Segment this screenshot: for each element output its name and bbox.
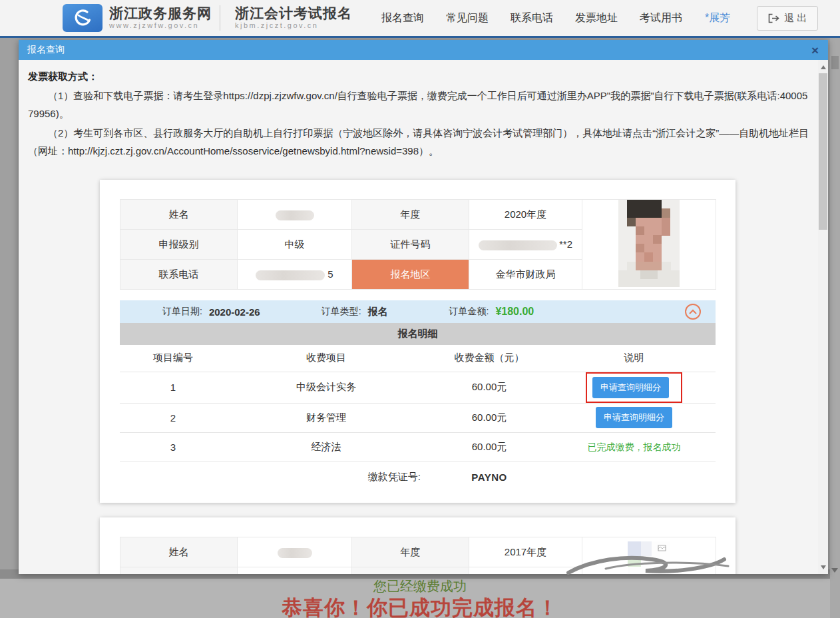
year-label: 年度: [352, 537, 469, 567]
app-url: kjbm.zjczt.gov.cn: [235, 22, 352, 30]
order-amount-label: 订单金额:: [449, 306, 489, 318]
record-card-2020: 姓名 年度 2020年度: [100, 180, 735, 503]
region-value: 金华市财政局: [469, 260, 582, 290]
modal-scrollbar-thumb[interactable]: [819, 73, 827, 230]
header-note: 说明: [552, 345, 716, 372]
row-note: 已完成缴费，报名成功: [552, 432, 716, 462]
table-row: 姓名 年度 2020年度: [120, 200, 716, 230]
cert-value: **2: [469, 230, 582, 260]
app-title: 浙江会计考试报名: [235, 6, 352, 21]
invoice-notice-line2: （2）考生可到各市区、县行政服务大厅的自助机上自行打印票据（宁波地区除外，请具体…: [28, 124, 812, 160]
page: 您已经缴费成功 恭喜你！你已成功完成报名！ 浙江政务服务网 www.zjzwfw…: [0, 0, 840, 618]
logout-icon: [768, 13, 779, 23]
order-date-value: 2020-02-26: [209, 306, 260, 318]
row-item: 经济法: [226, 432, 426, 462]
table-row: 1 中级会计实务 60.00元 申请查询明细分: [120, 372, 716, 403]
detail-header-row: 项目编号 收费项目 收费金额（元） 说明: [120, 345, 716, 372]
brand-text: 浙江政务服务网 www.zjzwfw.gov.cn: [109, 6, 212, 30]
app-text: 浙江会计考试报名 kjbm.zjczt.gov.cn: [235, 6, 352, 30]
signature-scribble: [566, 553, 732, 577]
applicant-photo: [582, 200, 716, 290]
row-amount: 60.00元: [426, 432, 552, 462]
payment-success-text: 您已经缴费成功: [0, 577, 840, 595]
close-icon[interactable]: ×: [811, 44, 819, 57]
scroll-up-icon[interactable]: [818, 61, 828, 73]
chevron-up-icon: [689, 309, 697, 314]
level-value: 中级: [238, 230, 352, 260]
table-row: 3 经济法 60.00元 已完成缴费，报名成功: [120, 432, 716, 462]
modal-body: 发票获取方式： （1）查验和下载电子票据：请考生登录https://dzpj.z…: [19, 60, 828, 574]
main-nav: 报名查询 常见问题 联系电话 发票地址 考试用书: [381, 11, 682, 25]
applicant-info-table: 姓名 年度 2020年度: [120, 199, 716, 290]
highlight-red-box: 申请查询明细分: [586, 372, 682, 403]
nav-item-contact-phone[interactable]: 联系电话: [511, 11, 553, 25]
cert-value: ***2: [469, 567, 582, 575]
logo-divider: [220, 5, 220, 31]
page-scrollbar-thumb[interactable]: [831, 56, 839, 69]
query-detail-button[interactable]: 申请查询明细分: [596, 407, 672, 428]
cert-label: 证件号码: [352, 567, 469, 575]
pixelated-photo: [618, 200, 680, 287]
order-date-label: 订单日期:: [162, 306, 202, 318]
redacted-cert: [479, 240, 557, 250]
zhejiang-gov-logo-icon: [63, 4, 103, 32]
header-item-no: 项目编号: [120, 345, 226, 372]
site-logo[interactable]: 浙江政务服务网 www.zjzwfw.gov.cn 浙江会计考试报名 kjbm.…: [63, 4, 352, 32]
logout-label: 退 出: [784, 12, 807, 25]
invoice-notice-heading: 发票获取方式：: [28, 68, 812, 85]
page-scrollbar-track[interactable]: [830, 38, 840, 618]
redacted-name: [276, 210, 314, 220]
nav-item-exam-books[interactable]: 考试用书: [640, 11, 682, 25]
header-fee-item: 收费项目: [226, 345, 426, 372]
level-label: 申报级别: [120, 230, 238, 260]
invoice-notice: 发票获取方式： （1）查验和下载电子票据：请考生登录https://dzpj.z…: [19, 60, 828, 160]
nav-item-invoice-address[interactable]: 发票地址: [575, 11, 618, 25]
modal-title: 报名查询: [27, 44, 65, 56]
row-no: 1: [120, 372, 226, 403]
scroll-down-icon[interactable]: [818, 561, 828, 573]
registration-query-modal: 报名查询 × 发票获取方式： （1）查验和下载电子票据：请考生登录https:/…: [19, 40, 828, 574]
phone-suffix: 5: [327, 268, 333, 280]
level-value: 初级: [238, 567, 352, 575]
row-item: 中级会计实务: [226, 372, 426, 403]
collapse-order-button[interactable]: [685, 304, 701, 320]
order-amount-value: ¥180.00: [495, 306, 534, 318]
nav-item-faq[interactable]: 常见问题: [446, 11, 489, 25]
row-note: 申请查询明细分: [552, 372, 716, 403]
voucher-label: 缴款凭证号:: [226, 462, 426, 492]
cert-suffix: **2: [559, 238, 572, 250]
name-label: 姓名: [120, 537, 238, 567]
cert-label: 证件号码: [352, 230, 469, 260]
congrats-text: 恭喜你！你已成功完成报名！: [0, 594, 840, 618]
year-value: 2020年度: [469, 200, 582, 230]
table-row: 2 财务管理 60.00元 申请查询明细分: [120, 403, 716, 432]
voucher-value: PAYNO: [426, 462, 552, 492]
header-fee-amount: 收费金额（元）: [426, 345, 552, 372]
modal-scrollbar-track[interactable]: [818, 60, 828, 574]
logout-button[interactable]: 退 出: [757, 6, 818, 31]
name-value: [238, 537, 352, 567]
region-label: 报名地区: [352, 260, 469, 290]
query-detail-button[interactable]: 申请查询明细分: [592, 377, 669, 398]
brand-url: www.zjzwfw.gov.cn: [109, 22, 212, 30]
page-scroll-down-icon[interactable]: [831, 568, 838, 573]
order-type-value: 报名: [368, 306, 388, 318]
nav-item-registration-query[interactable]: 报名查询: [381, 11, 424, 25]
year-value: 2017年度: [469, 537, 582, 567]
row-no: 3: [120, 432, 226, 462]
row-amount: 60.00元: [426, 372, 552, 403]
order-type-label: 订单类型:: [321, 306, 361, 318]
name-label: 姓名: [120, 200, 238, 230]
row-no: 2: [120, 403, 226, 432]
detail-section-title: 报名明细: [120, 323, 716, 345]
brand-title: 浙江政务服务网: [109, 6, 212, 21]
row-note: 申请查询明细分: [552, 403, 716, 432]
redacted-name: [278, 548, 312, 558]
username-link[interactable]: *展芳: [705, 11, 730, 25]
phone-label: 联系电话: [120, 260, 238, 290]
status-badge: 已完成缴费，报名成功: [588, 442, 681, 452]
fee-detail-table: 项目编号 收费项目 收费金额（元） 说明 1 中级会计实务 60.00元 申请查…: [120, 345, 716, 492]
payment-voucher-row: 缴款凭证号: PAYNO: [120, 462, 716, 492]
row-amount: 60.00元: [426, 403, 552, 432]
year-label: 年度: [352, 200, 469, 230]
